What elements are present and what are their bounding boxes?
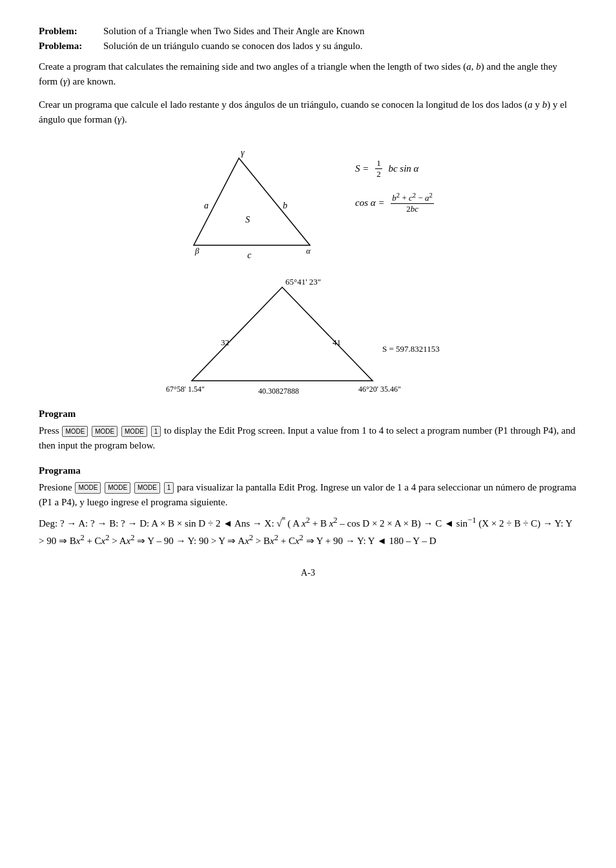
- problema-block: Problema: Solución de un triángulo cuand…: [39, 41, 577, 52]
- triangle-diagram: γ a b S β α c: [181, 139, 329, 261]
- problem-label: Problem:: [39, 26, 103, 37]
- programa-heading: Programa: [39, 465, 577, 476]
- body-text-1: Create a program that calculates the rem…: [39, 59, 577, 90]
- svg-text:γ: γ: [241, 148, 245, 157]
- formula-area: S = 1 2 bc sin α: [355, 158, 435, 179]
- key-mode-1: MODE: [62, 426, 88, 438]
- svg-text:67°58' 1.54": 67°58' 1.54": [166, 385, 205, 394]
- program-desc: to display the Edit Prog screen. Input a…: [39, 425, 575, 450]
- example-triangle-diagram: 65°41' 23" 32 41 S = 597.8321153 67°58' …: [153, 268, 463, 397]
- svg-text:c: c: [247, 250, 252, 260]
- example-diagram-area: 65°41' 23" 32 41 S = 597.8321153 67°58' …: [39, 268, 577, 397]
- svg-text:41: 41: [333, 338, 341, 347]
- problem-block: Problem: Solution of a Triangle when Two…: [39, 26, 577, 37]
- svg-marker-0: [194, 158, 310, 245]
- svg-text:S: S: [245, 215, 250, 225]
- presione-label: Presione: [39, 482, 72, 492]
- key-mode-5: MODE: [105, 482, 130, 494]
- key-mode-2: MODE: [92, 426, 118, 438]
- key-1: 1: [151, 426, 161, 438]
- problema-label: Problema:: [39, 41, 103, 52]
- formula-half: 1 2: [375, 158, 382, 179]
- program-code-block: Deg: ? → A: ? → B: ? → D: A × B × sin D …: [39, 514, 577, 549]
- key-mode-3: MODE: [121, 426, 147, 438]
- svg-text:β: β: [194, 246, 200, 256]
- formula-cos-fraction: b2 + c2 − a2 2bc: [391, 191, 434, 214]
- svg-text:S = 597.8321153: S = 597.8321153: [382, 344, 440, 354]
- key-mode-6: MODE: [134, 482, 160, 494]
- key-1b: 1: [164, 482, 174, 494]
- page-number: A-3: [39, 568, 577, 578]
- formulas: S = 1 2 bc sin α cos α = b2 + c2 − a2 2b…: [355, 139, 435, 214]
- press-label: Press: [39, 425, 59, 436]
- problema-text: Solución de un triángulo cuando se conoc…: [103, 41, 577, 52]
- svg-marker-8: [192, 287, 373, 381]
- svg-text:65°41' 23": 65°41' 23": [285, 277, 321, 287]
- svg-text:a: a: [204, 201, 209, 210]
- svg-text:32: 32: [221, 338, 229, 347]
- diagram-area: γ a b S β α c S = 1 2 bc sin α cos α = b…: [39, 139, 577, 261]
- program-heading: Program: [39, 409, 577, 419]
- svg-text:α: α: [306, 246, 311, 256]
- program-press-block: Press MODE MODE MODE 1 to display the Ed…: [39, 423, 577, 454]
- formula-cos: cos α = b2 + c2 − a2 2bc: [355, 191, 435, 214]
- formula-s-lhs: S =: [355, 163, 371, 174]
- problem-text: Solution of a Triangle when Two Sides an…: [103, 26, 577, 37]
- key-mode-4: MODE: [75, 482, 101, 494]
- programa-press-block: Presione MODE MODE MODE 1 para visualiza…: [39, 480, 577, 510]
- body-text-2: Crear un programa que calcule el lado re…: [39, 97, 577, 128]
- svg-text:46°20' 35.46": 46°20' 35.46": [358, 385, 401, 394]
- svg-text:b: b: [283, 201, 287, 210]
- svg-text:40.30827888: 40.30827888: [258, 387, 299, 396]
